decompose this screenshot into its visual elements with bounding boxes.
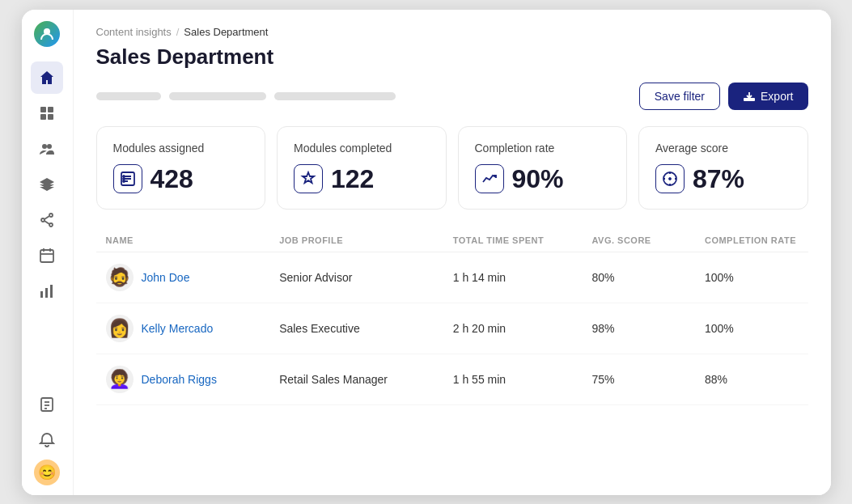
sidebar-item-calendar[interactable] xyxy=(31,239,63,272)
filter-bar: Save filter Export xyxy=(96,83,808,110)
page-title: Sales Department xyxy=(96,44,808,70)
sidebar-item-share[interactable] xyxy=(31,204,63,236)
sidebar: 😊 xyxy=(22,10,74,495)
avg-score-icon xyxy=(655,164,685,193)
col-header-time: TOTAL TIME SPENT xyxy=(443,229,583,252)
sidebar-item-learning[interactable] xyxy=(31,168,63,201)
cell-completion-2: 88% xyxy=(695,354,808,404)
svg-point-30 xyxy=(123,180,125,182)
user-name-link-0[interactable]: John Doe xyxy=(142,271,190,284)
sidebar-item-reports[interactable] xyxy=(31,388,63,421)
export-icon xyxy=(743,90,756,103)
export-label: Export xyxy=(761,90,793,103)
col-header-score: AVG. SCORE xyxy=(582,229,695,252)
app-logo[interactable] xyxy=(32,19,61,49)
stat-card-completed: Modules completed 122 xyxy=(277,126,447,210)
export-button[interactable]: Export xyxy=(728,83,807,110)
table-header: NAME JOB PROFILE TOTAL TIME SPENT AVG. S… xyxy=(96,229,808,252)
stat-number-completed: 122 xyxy=(331,164,374,194)
col-header-name: NAME xyxy=(96,229,270,252)
data-table: NAME JOB PROFILE TOTAL TIME SPENT AVG. S… xyxy=(96,229,808,405)
table-row: 🧔 John Doe Senior Advisor 1 h 14 min 80%… xyxy=(96,252,808,303)
cell-job-1: Sales Executive xyxy=(269,303,443,354)
table-row: 👩‍🦱 Deborah Riggs Retail Sales Manager 1… xyxy=(96,354,808,404)
svg-rect-3 xyxy=(40,114,46,120)
save-filter-button[interactable]: Save filter xyxy=(639,83,720,110)
filter-pill-3[interactable] xyxy=(274,92,396,100)
svg-rect-17 xyxy=(45,288,48,298)
stat-label-assigned: Modules assigned xyxy=(113,142,249,155)
cell-name-1: 👩 Kelly Mercado xyxy=(96,303,270,354)
stat-label-avg-score: Average score xyxy=(655,142,791,155)
stat-value-row-assigned: 428 xyxy=(113,164,249,194)
filter-pill-1[interactable] xyxy=(96,92,161,100)
cell-score-0: 80% xyxy=(582,252,695,303)
user-name-link-1[interactable]: Kelly Mercado xyxy=(142,322,214,335)
breadcrumb: Content insights / Sales Department xyxy=(96,26,808,38)
cell-time-2: 1 h 55 min xyxy=(443,354,583,404)
col-header-job: JOB PROFILE xyxy=(269,229,443,252)
stat-label-completed: Modules completed xyxy=(294,142,430,155)
stat-number-avg-score: 87% xyxy=(693,164,744,194)
svg-line-10 xyxy=(45,216,49,219)
table-row: 👩 Kelly Mercado Sales Executive 2 h 20 m… xyxy=(96,303,808,354)
stat-value-row-avg-score: 87% xyxy=(655,164,791,194)
modules-assigned-icon xyxy=(113,164,142,193)
cell-job-2: Retail Sales Manager xyxy=(269,354,443,404)
user-avatar-1: 👩 xyxy=(106,315,134,342)
svg-rect-16 xyxy=(40,291,43,298)
stat-card-avg-score: Average score 87% xyxy=(638,126,808,210)
cell-completion-1: 100% xyxy=(695,303,808,354)
svg-point-9 xyxy=(49,223,53,227)
completion-rate-icon xyxy=(475,164,504,193)
svg-point-29 xyxy=(123,178,125,180)
cell-score-1: 98% xyxy=(582,303,695,354)
cell-score-2: 75% xyxy=(582,354,695,404)
app-window: 😊 Content insights / Sales Department Sa… xyxy=(22,10,831,495)
sidebar-item-grid[interactable] xyxy=(31,97,63,129)
sidebar-item-team[interactable] xyxy=(31,133,63,165)
stat-card-assigned: Modules assigned 428 xyxy=(96,126,266,210)
stat-value-row-completion-rate: 90% xyxy=(475,164,611,194)
user-name-link-2[interactable]: Deborah Riggs xyxy=(142,373,217,386)
breadcrumb-current: Sales Department xyxy=(184,26,268,38)
main-content: Content insights / Sales Department Sale… xyxy=(74,10,831,495)
table-body: 🧔 John Doe Senior Advisor 1 h 14 min 80%… xyxy=(96,252,808,404)
svg-rect-4 xyxy=(48,114,53,120)
cell-job-0: Senior Advisor xyxy=(269,252,443,303)
svg-point-28 xyxy=(123,176,125,177)
svg-point-5 xyxy=(42,144,47,149)
cell-name-2: 👩‍🦱 Deborah Riggs xyxy=(96,354,270,404)
filter-actions: Save filter Export xyxy=(639,83,808,110)
sidebar-item-home[interactable] xyxy=(31,61,63,94)
sidebar-item-notifications[interactable] xyxy=(31,424,63,456)
stat-card-completion-rate: Completion rate 90% xyxy=(458,126,628,210)
svg-rect-18 xyxy=(50,285,53,298)
modules-completed-icon xyxy=(294,164,323,193)
svg-point-8 xyxy=(41,218,45,222)
breadcrumb-separator: / xyxy=(176,26,180,38)
svg-line-11 xyxy=(45,221,49,224)
user-avatar[interactable]: 😊 xyxy=(34,460,60,485)
stat-value-row-completed: 122 xyxy=(294,164,430,194)
stat-label-completion-rate: Completion rate xyxy=(475,142,611,155)
svg-rect-2 xyxy=(48,107,53,112)
svg-rect-1 xyxy=(40,107,46,112)
breadcrumb-parent[interactable]: Content insights xyxy=(96,26,172,38)
svg-rect-23 xyxy=(744,98,755,101)
stats-row: Modules assigned 428 xyxy=(96,126,808,210)
sidebar-item-analytics[interactable] xyxy=(31,275,63,307)
cell-time-0: 1 h 14 min xyxy=(443,252,583,303)
svg-point-7 xyxy=(49,214,53,217)
stat-number-completion-rate: 90% xyxy=(512,164,564,194)
svg-point-32 xyxy=(669,178,671,180)
svg-point-6 xyxy=(47,144,52,149)
cell-time-1: 2 h 20 min xyxy=(443,303,583,354)
svg-rect-12 xyxy=(40,250,53,262)
filter-pill-2[interactable] xyxy=(169,92,266,100)
user-avatar-2: 👩‍🦱 xyxy=(106,366,134,393)
col-header-completion: COMPLETION RATE xyxy=(695,229,808,252)
sidebar-bottom: 😊 xyxy=(31,388,63,485)
logo-circle xyxy=(34,21,60,47)
cell-completion-0: 100% xyxy=(695,252,808,303)
